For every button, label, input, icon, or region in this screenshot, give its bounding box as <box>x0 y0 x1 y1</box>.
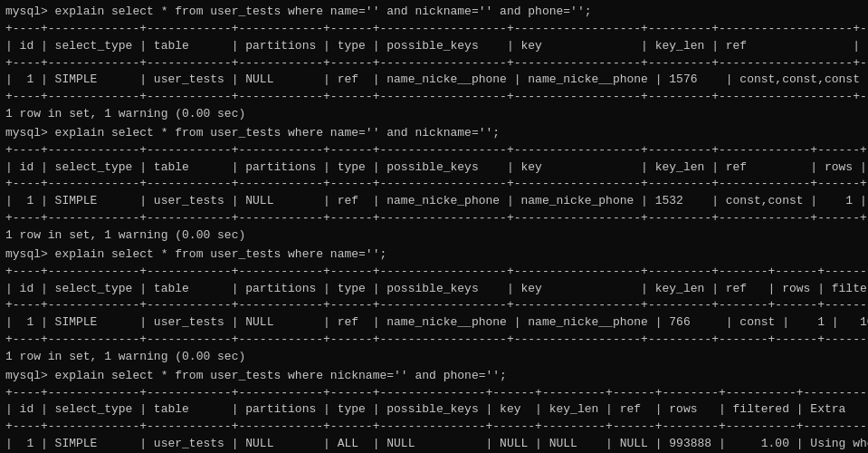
query-section-2: mysql> explain select * from user_tests … <box>5 125 863 245</box>
terminal-line: +----+-------------+------------+-------… <box>5 176 863 193</box>
terminal-line: | id | select_type | table | partitions … <box>5 159 863 177</box>
terminal-line: 1 row in set, 1 warning (0.00 sec) <box>5 106 863 123</box>
terminal-line: 1 row in set, 1 warning (0.00 sec) <box>5 349 863 366</box>
terminal-line: mysql> explain select * from user_tests … <box>5 125 863 142</box>
query-section-3: mysql> explain select * from user_tests … <box>5 246 863 366</box>
terminal-line: +----+-------------+------------+-------… <box>5 297 863 314</box>
terminal-line: | id | select_type | table | partitions … <box>5 401 863 419</box>
terminal-line: +----+-------------+------------+-------… <box>5 55 863 72</box>
terminal-line: | 1 | SIMPLE | user_tests | NULL | ALL |… <box>5 436 863 453</box>
terminal-line: +----+-------------+------------+-------… <box>5 210 863 227</box>
terminal-line: | id | select_type | table | partitions … <box>5 38 863 55</box>
terminal-line: +----+-------------+------------+-------… <box>5 264 863 281</box>
terminal-line: +----+-------------+------------+-------… <box>5 332 863 349</box>
terminal-line: mysql> explain select * from user_tests … <box>5 368 863 385</box>
terminal-line: | 1 | SIMPLE | user_tests | NULL | ref |… <box>5 193 863 210</box>
terminal-line: | 1 | SIMPLE | user_tests | NULL | ref |… <box>5 72 863 89</box>
terminal-line: | 1 | SIMPLE | user_tests | NULL | ref |… <box>5 314 863 332</box>
terminal-line: +----+-------------+------------+-------… <box>5 21 863 38</box>
query-section-1: mysql> explain select * from user_tests … <box>5 4 863 123</box>
terminal: mysql> explain select * from user_tests … <box>5 4 863 453</box>
terminal-line: 1 row in set, 1 warning (0.00 sec) <box>5 227 863 245</box>
terminal-line: +----+-------------+------------+-------… <box>5 419 863 436</box>
terminal-line: +----+-------------+------------+-------… <box>5 385 863 402</box>
terminal-line: mysql> explain select * from user_tests … <box>5 4 863 21</box>
terminal-line: +----+-------------+------------+-------… <box>5 142 863 159</box>
query-section-4: mysql> explain select * from user_tests … <box>5 368 863 453</box>
terminal-line: mysql> explain select * from user_tests … <box>5 246 863 264</box>
terminal-line: | id | select_type | table | partitions … <box>5 281 863 298</box>
terminal-line: +----+-------------+------------+-------… <box>5 89 863 106</box>
